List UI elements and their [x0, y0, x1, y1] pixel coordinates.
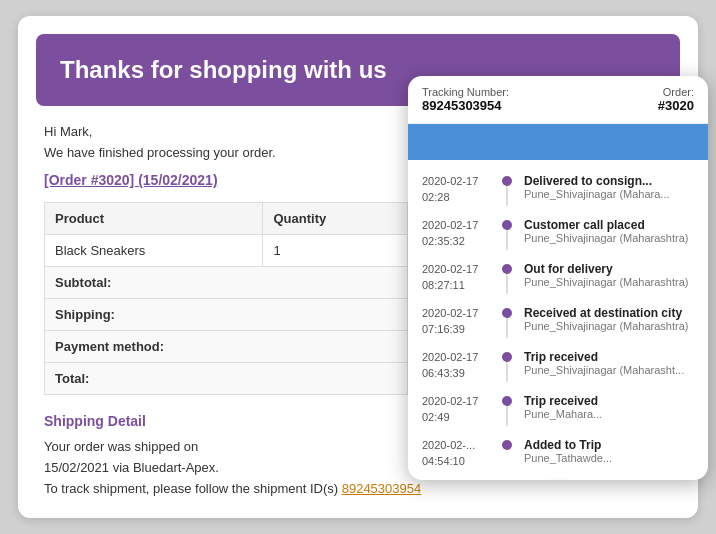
event-title: Received at destination city: [524, 306, 694, 320]
event-location: Pune_Shivajinagar (Maharasht...: [524, 364, 694, 376]
event-location: Pune_Shivajinagar (Maharashtra): [524, 232, 694, 244]
event-time: 2020-02-17 02:35:32: [422, 218, 498, 249]
tracking-event: 2020-02-17 07:16:39 Received at destinat…: [408, 300, 708, 344]
subtotal-label: Subtotal:: [45, 267, 408, 299]
event-location: Pune_Shivajinagar (Mahara...: [524, 188, 694, 200]
event-title: Added to Trip: [524, 438, 694, 452]
tracking-number-label: Tracking Number:: [422, 86, 509, 98]
event-dot: [502, 308, 512, 318]
event-line: [506, 274, 508, 294]
tracking-event: 2020-02-17 02:28 Delivered to consign...…: [408, 168, 708, 212]
order-section: Order: #3020: [658, 86, 694, 113]
event-line: [506, 362, 508, 382]
col-product: Product: [45, 203, 263, 235]
tracking-event: 2020-02-... 04:54:10 Added to Trip Pune_…: [408, 432, 708, 475]
tracking-id-link[interactable]: 89245303954: [342, 481, 422, 496]
event-time: 2020-02-17 07:16:39: [422, 306, 498, 337]
shipping-line3: To track shipment, please follow the shi…: [44, 479, 672, 500]
event-dot: [502, 264, 512, 274]
tracking-event: 2020-02-17 02:49 Trip received Pune_Maha…: [408, 388, 708, 432]
event-info: Customer call placed Pune_Shivajinagar (…: [524, 218, 694, 244]
event-title: Trip received: [524, 394, 694, 408]
event-line: [506, 406, 508, 426]
tracking-number-value: 89245303954: [422, 98, 509, 113]
event-info: Received at destination city Pune_Shivaj…: [524, 306, 694, 332]
event-time: 2020-02-17 08:27:11: [422, 262, 498, 293]
event-time: 2020-02-... 04:54:10: [422, 438, 498, 469]
event-dot: [502, 352, 512, 362]
event-location: Pune_Mahara...: [524, 408, 694, 420]
event-time: 2020-02-17 02:49: [422, 394, 498, 425]
event-dot: [502, 176, 512, 186]
event-info: Delivered to consign... Pune_Shivajinaga…: [524, 174, 694, 200]
event-title: Trip received: [524, 350, 694, 364]
order-value: #3020: [658, 98, 694, 113]
event-title: Out for delivery: [524, 262, 694, 276]
event-dot: [502, 220, 512, 230]
event-line: [506, 186, 508, 206]
event-dot: [502, 440, 512, 450]
blue-bar: [408, 124, 708, 160]
email-card: Thanks for shopping with us Hi Mark, We …: [18, 16, 698, 517]
event-line: [506, 318, 508, 338]
event-time: 2020-02-17 02:28: [422, 174, 498, 205]
event-dot: [502, 396, 512, 406]
tracking-tooltip: Tracking Number: 89245303954 Order: #302…: [408, 76, 708, 480]
event-location: Pune_Tathawde...: [524, 452, 694, 464]
event-line: [506, 230, 508, 250]
event-location: Pune_Shivajinagar (Maharashtra): [524, 276, 694, 288]
total-label: Total:: [45, 363, 408, 395]
event-info: Out for delivery Pune_Shivajinagar (Maha…: [524, 262, 694, 288]
product-quantity: 1: [263, 235, 408, 267]
event-location: Pune_Shivajinagar (Maharashtra): [524, 320, 694, 332]
tracking-event: 2020-02-17 06:43:39 Trip received Pune_S…: [408, 344, 708, 388]
event-info: Trip received Pune_Shivajinagar (Maharas…: [524, 350, 694, 376]
tracking-event: 2020-02-17 08:27:11 Out for delivery Pun…: [408, 256, 708, 300]
event-time: 2020-02-17 06:43:39: [422, 350, 498, 381]
shipping-label: Shipping:: [45, 299, 408, 331]
order-label: Order:: [658, 86, 694, 98]
tracking-list: 2020-02-17 02:28 Delivered to consign...…: [408, 160, 708, 480]
tooltip-header: Tracking Number: 89245303954 Order: #302…: [408, 76, 708, 124]
event-title: Customer call placed: [524, 218, 694, 232]
tracking-number-section: Tracking Number: 89245303954: [422, 86, 509, 113]
tracking-event: 2020-02-17 02:35:32 Customer call placed…: [408, 212, 708, 256]
product-name: Black Sneakers: [45, 235, 263, 267]
payment-label: Payment method:: [45, 331, 408, 363]
event-info: Added to Trip Pune_Tathawde...: [524, 438, 694, 464]
col-quantity: Quantity: [263, 203, 408, 235]
event-title: Delivered to consign...: [524, 174, 694, 188]
event-info: Trip received Pune_Mahara...: [524, 394, 694, 420]
